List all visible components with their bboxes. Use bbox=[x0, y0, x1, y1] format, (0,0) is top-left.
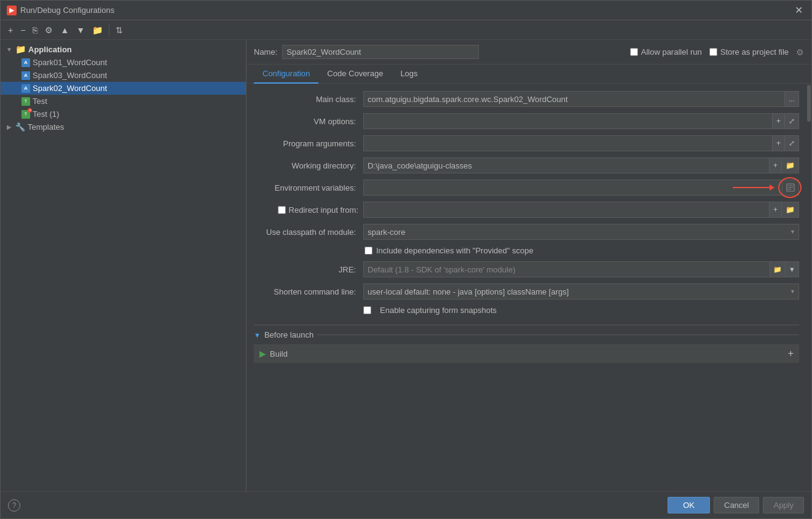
section-divider bbox=[317, 335, 799, 335]
include-deps-checkbox[interactable] bbox=[365, 247, 372, 255]
settings-button[interactable]: ⚙ bbox=[42, 25, 55, 36]
templates-label: Templates bbox=[28, 122, 64, 132]
working-dir-row: Working directory: + 📁 bbox=[254, 157, 799, 173]
args-expand-button[interactable]: + bbox=[773, 135, 785, 151]
gear-settings-icon[interactable]: ⚙ bbox=[796, 47, 804, 57]
help-button[interactable]: ? bbox=[8, 499, 20, 512]
redirect-browse-button[interactable]: 📁 bbox=[782, 202, 799, 218]
shorten-cmd-select-wrapper: user-local default: none - java [options… bbox=[363, 283, 799, 299]
left-panel: ▼ 📁 Application A Spark01_WordCount A Sp… bbox=[1, 40, 246, 491]
env-vars-edit-button[interactable] bbox=[782, 180, 799, 196]
application-folder-icon: 📁 bbox=[15, 44, 26, 54]
allow-parallel-checkbox[interactable] bbox=[630, 48, 638, 56]
tree-item-application[interactable]: ▼ 📁 Application bbox=[1, 42, 246, 56]
before-launch-title: Before launch bbox=[264, 330, 313, 339]
tree-item-spark03[interactable]: A Spark03_WordCount bbox=[1, 69, 246, 82]
tab-logs[interactable]: Logs bbox=[392, 65, 426, 84]
redirect-checkbox[interactable] bbox=[278, 206, 286, 214]
name-row: Name: Allow parallel run Store as projec… bbox=[246, 40, 811, 65]
move-up-button[interactable]: ▲ bbox=[58, 25, 71, 36]
tree-item-spark01[interactable]: A Spark01_WordCount bbox=[1, 56, 246, 69]
main-class-label: Main class: bbox=[254, 95, 358, 104]
test-label: Test bbox=[33, 97, 47, 106]
add-config-button[interactable]: + bbox=[6, 25, 15, 36]
bottom-left: ? bbox=[8, 499, 20, 512]
vm-options-row: VM options: + ⤢ bbox=[254, 113, 799, 129]
module-select[interactable]: spark-core bbox=[363, 224, 799, 240]
working-dir-input[interactable] bbox=[363, 157, 770, 173]
jre-field-group: 📁 ▼ bbox=[363, 261, 799, 277]
jre-label: JRE: bbox=[254, 265, 358, 274]
working-dir-label: Working directory: bbox=[254, 161, 358, 170]
cancel-button[interactable]: Cancel bbox=[714, 497, 759, 513]
program-args-input[interactable] bbox=[363, 135, 773, 151]
store-as-project-group: Store as project file bbox=[709, 47, 789, 57]
spark03-label: Spark03_WordCount bbox=[33, 71, 107, 80]
remove-config-button[interactable]: − bbox=[18, 25, 28, 36]
redirect-input[interactable] bbox=[363, 202, 770, 218]
env-vars-label: Environment variables: bbox=[254, 183, 358, 192]
tree-item-test[interactable]: T Test bbox=[1, 95, 246, 108]
enable-snapshots-checkbox[interactable] bbox=[363, 306, 371, 314]
jre-browse-button[interactable]: 📁 bbox=[770, 261, 786, 277]
shorten-cmd-select[interactable]: user-local default: none - java [options… bbox=[363, 283, 799, 299]
main-class-row: Main class: ... bbox=[254, 91, 799, 107]
main-class-browse-button[interactable]: ... bbox=[785, 91, 799, 107]
working-dir-expand-button[interactable]: + bbox=[770, 157, 782, 173]
redirect-checkbox-group: Redirect input from: bbox=[254, 205, 358, 215]
dialog-title: Run/Debug Configurations bbox=[20, 6, 114, 15]
vm-options-input[interactable] bbox=[363, 113, 773, 129]
enable-snapshots-row: Enable capturing form snapshots bbox=[254, 306, 799, 315]
jre-dropdown-button[interactable]: ▼ bbox=[786, 261, 799, 277]
apply-button[interactable]: Apply bbox=[763, 497, 804, 513]
close-button[interactable]: ✕ bbox=[792, 4, 805, 17]
redirect-expand-button[interactable]: + bbox=[770, 202, 782, 218]
ok-button[interactable]: OK bbox=[668, 497, 710, 513]
allow-parallel-group: Allow parallel run bbox=[630, 47, 702, 57]
tree-item-templates[interactable]: ▶ 🔧 Templates bbox=[1, 121, 246, 133]
copy-config-button[interactable]: ⎘ bbox=[30, 25, 40, 36]
tab-code-coverage[interactable]: Code Coverage bbox=[318, 65, 392, 84]
jre-row: JRE: 📁 ▼ bbox=[254, 261, 799, 277]
toolbar: + − ⎘ ⚙ ▲ ▼ 📁 ⇅ bbox=[1, 20, 811, 40]
args-fullscreen-button[interactable]: ⤢ bbox=[785, 135, 799, 151]
name-input[interactable] bbox=[282, 45, 479, 59]
classpath-module-label: Use classpath of module: bbox=[254, 228, 358, 237]
spark01-icon: A bbox=[22, 58, 30, 67]
env-vars-input[interactable] bbox=[363, 180, 782, 196]
move-down-button[interactable]: ▼ bbox=[74, 25, 87, 36]
right-scrollbar[interactable] bbox=[806, 84, 811, 491]
main-class-field-group: ... bbox=[363, 91, 799, 107]
include-deps-label: Include dependencies with "Provided" sco… bbox=[376, 246, 534, 255]
before-launch-section: ▼ Before launch ▶ Build + bbox=[254, 325, 799, 363]
main-class-input[interactable] bbox=[363, 91, 785, 107]
vm-options-label: VM options: bbox=[254, 117, 358, 126]
store-as-project-label: Store as project file bbox=[720, 47, 789, 57]
spark02-label: Spark02_WordCount bbox=[33, 84, 107, 93]
env-vars-row: Environment variables: bbox=[254, 180, 799, 196]
folder-button[interactable]: 📁 bbox=[90, 25, 105, 36]
working-dir-field-group: + 📁 bbox=[363, 157, 799, 173]
tree-item-test1[interactable]: T✕ Test (1) bbox=[1, 108, 246, 121]
vm-expand-button[interactable]: + bbox=[773, 113, 785, 129]
redirect-input-row: Redirect input from: + 📁 bbox=[254, 202, 799, 218]
spark01-label: Spark01_WordCount bbox=[33, 58, 107, 67]
program-args-row: Program arguments: + ⤢ bbox=[254, 135, 799, 151]
tab-configuration[interactable]: Configuration bbox=[254, 65, 318, 84]
module-select-wrapper: spark-core bbox=[363, 224, 799, 240]
working-dir-browse-button[interactable]: 📁 bbox=[782, 157, 799, 173]
redirect-field-group: + 📁 bbox=[363, 202, 799, 218]
sort-button[interactable]: ⇅ bbox=[113, 25, 125, 36]
store-as-project-checkbox[interactable] bbox=[709, 48, 717, 56]
include-deps-row: Include dependencies with "Provided" sco… bbox=[254, 246, 799, 255]
main-content: ▼ 📁 Application A Spark01_WordCount A Sp… bbox=[1, 40, 811, 491]
vm-fullscreen-button[interactable]: ⤢ bbox=[785, 113, 799, 129]
tree-arrow-application: ▼ bbox=[6, 46, 13, 53]
program-args-field-group: + ⤢ bbox=[363, 135, 799, 151]
before-launch-add-button[interactable]: + bbox=[788, 348, 794, 359]
test1-icon: T✕ bbox=[22, 110, 30, 119]
jre-input[interactable] bbox=[363, 261, 770, 277]
before-launch-toggle[interactable]: ▼ bbox=[254, 331, 261, 339]
tree-item-spark02[interactable]: A Spark02_WordCount bbox=[1, 82, 246, 95]
shorten-cmd-row: Shorten command line: user-local default… bbox=[254, 283, 799, 299]
